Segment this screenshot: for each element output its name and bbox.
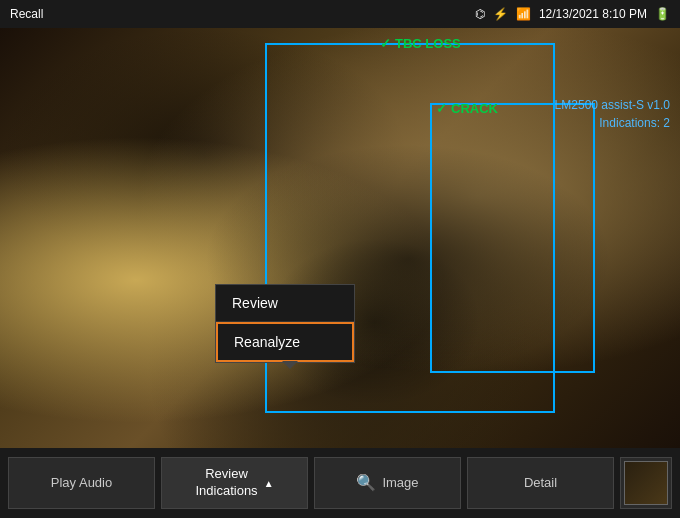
activity-icon: ⌬ [475, 7, 485, 21]
detail-label: Detail [524, 475, 557, 492]
bottom-toolbar: Play Audio ReviewIndications ▲ 🔍 Image D… [0, 448, 680, 518]
status-bar-right: ⌬ ⚡ 📶 12/13/2021 8:10 PM 🔋 [475, 7, 670, 21]
context-menu: Review Reanalyze [215, 284, 355, 363]
review-indications-button[interactable]: ReviewIndications ▲ [161, 457, 308, 509]
tbc-loss-label: TBC LOSS [380, 36, 461, 51]
image-background: TBC LOSS CRACK LM2500 assist-S v1.0 Indi… [0, 28, 680, 448]
datetime: 12/13/2021 8:10 PM [539, 7, 647, 21]
play-audio-button[interactable]: Play Audio [8, 457, 155, 509]
crack-overlay [0, 28, 680, 448]
main-image: TBC LOSS CRACK LM2500 assist-S v1.0 Indi… [0, 28, 680, 448]
bluetooth-icon: ⚡ [493, 7, 508, 21]
thumbnail-button[interactable] [620, 457, 672, 509]
chevron-up-icon: ▲ [264, 477, 274, 490]
context-menu-item-reanalyze[interactable]: Reanalyze [216, 322, 354, 362]
ai-model-name: LM2500 assist-S v1.0 [555, 96, 670, 114]
app-name: Recall [10, 7, 43, 21]
wifi-icon: 📶 [516, 7, 531, 21]
crack-label: CRACK [436, 101, 498, 116]
detail-button[interactable]: Detail [467, 457, 614, 509]
play-audio-label: Play Audio [51, 475, 112, 492]
review-indications-label: ReviewIndications [195, 466, 257, 500]
image-icon: 🔍 [356, 473, 376, 494]
indications-count: Indications: 2 [555, 114, 670, 132]
menu-caret [282, 361, 298, 369]
image-label: Image [382, 475, 418, 492]
battery-icon: 🔋 [655, 7, 670, 21]
review-btn-row: ReviewIndications ▲ [195, 466, 273, 500]
thumbnail-preview [624, 461, 668, 505]
status-bar: Recall ⌬ ⚡ 📶 12/13/2021 8:10 PM 🔋 [0, 0, 680, 28]
image-button[interactable]: 🔍 Image [314, 457, 461, 509]
context-menu-item-review[interactable]: Review [216, 285, 354, 322]
ai-model-info: LM2500 assist-S v1.0 Indications: 2 [555, 96, 670, 132]
status-bar-left: Recall [10, 7, 43, 21]
